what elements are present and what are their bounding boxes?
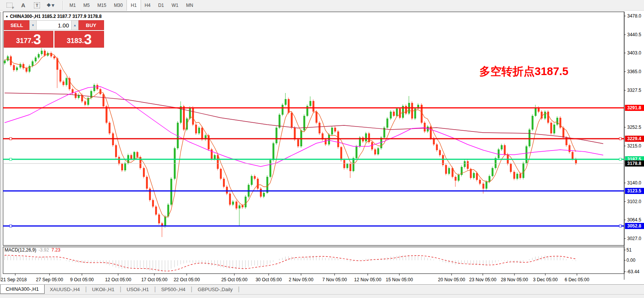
price-axis-tick-label: 3440.5 <box>627 32 641 37</box>
macd-axis-label: 0.00 <box>626 258 636 263</box>
date-axis-label: 21 Sep 2018 <box>1 277 27 282</box>
svg-text:7.23: 7.23 <box>51 247 61 253</box>
line-anchor-handle[interactable] <box>619 138 622 140</box>
price-tag-label: 3123.5 <box>627 188 641 194</box>
date-axis-label: 22 Oct 05:00 <box>174 277 200 282</box>
timeframe-m5-button[interactable]: M5 <box>80 0 94 11</box>
date-axis-label: 27 Sep 05:00 <box>36 277 63 282</box>
price-axis-tick-label: 3215.0 <box>627 143 641 149</box>
mt4-window: A T ❖▾ M1 M5 M15 M30 H1 H4 D1 W1 MN 3478… <box>0 0 644 298</box>
chart-symbol-label: CHINA300-,H1 <box>10 14 41 19</box>
price-tag-label: 3052.8 <box>627 223 641 229</box>
pane-splitter[interactable] <box>3 246 625 247</box>
volume-input[interactable] <box>37 20 71 30</box>
macd-label: MACD(12,26,9)-3.927.23 <box>5 247 61 253</box>
price-axis-tick-label: 3403.0 <box>627 50 641 56</box>
tab-xauusd-h4[interactable]: XAUUSD-,H4 <box>45 285 85 294</box>
price-axis-tick-label: 3327.5 <box>627 88 641 93</box>
date-axis-label: 9 Oct 05:00 <box>70 277 94 282</box>
date-axis-label: 2 Nov 05:00 <box>289 277 314 282</box>
timeframe-h4-button[interactable]: H4 <box>141 0 154 11</box>
price-axis-tick-label: 3064.5 <box>627 217 641 223</box>
date-axis-label: 23 Nov 05:00 <box>469 277 497 282</box>
timeframe-mn-button[interactable]: MN <box>182 0 197 11</box>
timeframe-h1-button[interactable]: H1 <box>127 0 141 11</box>
tab-usoil-h1[interactable]: USOil-,H1 <box>121 285 154 294</box>
chart-tab-bar: CHINA300-,H1 XAUUSD-,H4 | UKOil-,H1 | US… <box>0 284 644 294</box>
timeframe-d1-button[interactable]: D1 <box>154 0 168 11</box>
timeframe-m1-button[interactable]: M1 <box>66 0 80 11</box>
price-axis-tick-label: 3252.5 <box>627 125 641 130</box>
svg-text:-3.92: -3.92 <box>38 247 49 253</box>
chart-canvas[interactable]: 3478.03440.53403.03365.03327.53252.53215… <box>0 11 644 298</box>
date-axis-label: 3 Dec 05:00 <box>533 277 558 282</box>
line-anchor-handle[interactable] <box>10 138 12 140</box>
chart-title: ▲CHINA300-,H1 3185.2 3187.7 3177.9 3178.… <box>5 14 102 19</box>
date-axis-label: 17 Oct 05:00 <box>141 277 168 282</box>
sell-price-pip: 3 <box>33 32 41 46</box>
timeframe-m30-button[interactable]: M30 <box>110 0 127 11</box>
one-click-trade-panel: SELL ▼ ▲ BUY 3177.3 3183.3 <box>4 20 104 48</box>
timeframe-w1-button[interactable]: W1 <box>168 0 182 11</box>
volume-decrement-button[interactable]: ▼ <box>29 20 37 30</box>
line-anchor-handle[interactable] <box>619 225 622 227</box>
line-anchor-handle[interactable] <box>619 158 622 160</box>
tab-separator: | <box>238 285 239 293</box>
chart-area: 3478.03440.53403.03365.03327.53252.53215… <box>0 11 644 298</box>
text-t-icon[interactable]: T <box>33 1 41 10</box>
toolbar-separator <box>62 1 63 10</box>
volume-increment-button[interactable]: ▲ <box>71 20 78 30</box>
line-anchor-handle[interactable] <box>10 225 12 227</box>
date-axis-label: 7 Nov 05:00 <box>322 277 347 282</box>
chart-ohlc-values: 3185.2 3187.7 3177.9 3178.8 <box>42 14 102 19</box>
date-axis-label: 20 Nov 05:00 <box>438 277 465 282</box>
date-axis-label: 25 Oct 05:00 <box>221 277 248 282</box>
price-tag-label: 3178.8 <box>627 161 641 166</box>
line-anchor-handle[interactable] <box>10 158 12 160</box>
price-tag-label: 3291.8 <box>627 105 641 111</box>
date-axis-label: 6 Dec 05:00 <box>565 277 590 282</box>
date-axis-label: 28 Nov 05:00 <box>501 277 528 282</box>
buy-price-main: 3183 <box>67 35 82 46</box>
price-tag-label: 3229.4 <box>627 136 641 141</box>
tab-sp500-h4[interactable]: SP500-,H4 <box>156 285 191 294</box>
timeframe-m15-button[interactable]: M15 <box>94 0 110 11</box>
macd-axis-label: -63.44 <box>626 269 639 274</box>
collapse-arrow-icon[interactable]: ▲ <box>5 14 8 18</box>
price-axis-tick-label: 3478.0 <box>627 13 641 19</box>
price-axis-tick-label: 3027.0 <box>627 236 641 241</box>
buy-button[interactable]: BUY <box>78 20 104 30</box>
tab-ukoil-h1[interactable]: UKOil-,H1 <box>87 285 120 294</box>
sell-button[interactable]: SELL <box>4 20 29 30</box>
toolbar: A T ❖▾ M1 M5 M15 M30 H1 H4 D1 W1 MN <box>0 0 644 11</box>
horizontal-scrollbar[interactable] <box>0 294 644 298</box>
date-axis-label: 30 Oct 05:00 <box>256 277 282 282</box>
objects-diamond-icon[interactable]: ❖▾ <box>46 1 55 10</box>
label-a-icon[interactable]: A <box>19 1 27 10</box>
sell-price-button[interactable]: 3177.3 <box>4 31 53 48</box>
date-axis-label: 15 Nov 05:00 <box>386 277 413 282</box>
macd-axis-label: 51 <box>626 247 632 253</box>
svg-text:MACD(12,26,9): MACD(12,26,9) <box>5 247 36 253</box>
price-axis-tick-label: 3102.0 <box>627 199 641 204</box>
chart-annotation-text: 多空转折点3187.5 <box>479 64 569 79</box>
macd-pane[interactable] <box>3 247 624 274</box>
price-axis-tick-label: 3140.0 <box>627 180 641 186</box>
sell-price-main: 3177 <box>16 35 31 46</box>
tab-gbpusd-daily[interactable]: GBPUSD-,Daily <box>192 285 238 294</box>
buy-price-button[interactable]: 3183.3 <box>54 31 104 48</box>
objects-dropdown-arrow-icon: ▾ <box>52 2 55 8</box>
grid-f-icon[interactable] <box>5 1 14 10</box>
date-axis-label: 12 Nov 05:00 <box>354 277 381 282</box>
date-axis-label: 12 Oct 05:00 <box>105 277 131 282</box>
price-axis-tick-label: 3365.0 <box>627 69 641 74</box>
tab-china300-h1[interactable]: CHINA300-,H1 <box>0 285 45 294</box>
buy-price-pip: 3 <box>84 32 92 46</box>
